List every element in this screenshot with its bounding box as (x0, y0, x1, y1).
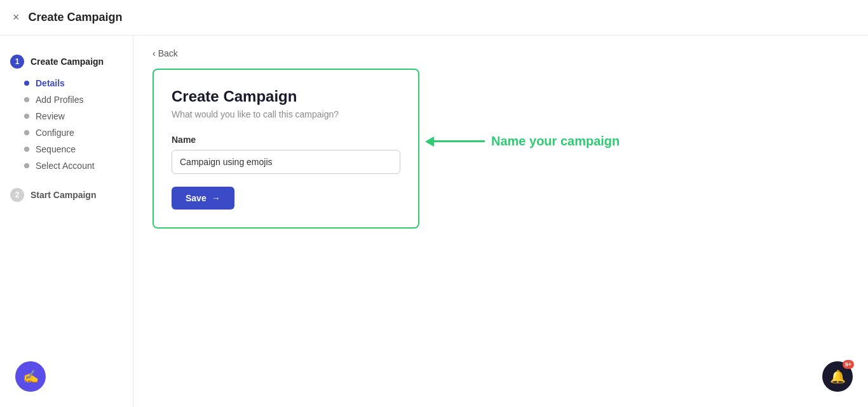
save-button[interactable]: Save → (172, 187, 234, 210)
create-campaign-card: Create Campaign What would you like to c… (153, 69, 419, 229)
name-label: Name (172, 135, 400, 145)
step-2-number: 2 (10, 188, 24, 202)
main-content: ‹ Back Create Campaign What would you li… (133, 36, 868, 407)
notification-badge: 9+ (843, 360, 854, 369)
chat-bubble-button[interactable]: ✍ (15, 361, 46, 392)
sidebar-step-1: 1 Create Campaign Details Add Profiles R… (0, 51, 133, 174)
header-title: Create Campaign (29, 11, 123, 24)
dot-add-profiles (24, 97, 29, 102)
sidebar-item-configure[interactable]: Configure (24, 124, 133, 141)
dot-configure (24, 130, 29, 135)
annotation-text: Name your campaign (491, 134, 620, 149)
dot-sequence (24, 147, 29, 152)
sidebar-step-2: 2 Start Campaign (0, 184, 133, 206)
step-2-label: Start Campaign (31, 190, 96, 200)
step-1-items: Details Add Profiles Review Configure Se… (0, 75, 133, 174)
bell-icon: 🔔 (830, 369, 846, 384)
campaign-name-input[interactable] (172, 150, 400, 174)
arrow-right-icon: → (212, 193, 220, 203)
sidebar-item-sequence[interactable]: Sequence (24, 141, 133, 157)
step-1-header[interactable]: 1 Create Campaign (0, 51, 133, 72)
arrow-head-icon (425, 137, 434, 147)
dot-select-account (24, 163, 29, 168)
sidebar-item-review[interactable]: Review (24, 108, 133, 124)
annotation: Name your campaign (426, 134, 620, 149)
step-2-header[interactable]: 2 Start Campaign (0, 184, 133, 206)
sidebar: 1 Create Campaign Details Add Profiles R… (0, 36, 133, 407)
dot-review (24, 114, 29, 119)
form-title: Create Campaign (172, 88, 400, 105)
step-1-label: Create Campaign (31, 57, 104, 67)
dot-details (24, 81, 29, 86)
form-subtitle: What would you like to call this campaig… (172, 109, 400, 119)
sidebar-item-select-account[interactable]: Select Account (24, 157, 133, 174)
step-1-number: 1 (10, 55, 24, 69)
chat-icon: ✍ (23, 369, 39, 384)
chevron-left-icon: ‹ (153, 48, 156, 58)
back-link[interactable]: ‹ Back (153, 48, 849, 58)
sidebar-item-add-profiles[interactable]: Add Profiles (24, 91, 133, 108)
main-layout: 1 Create Campaign Details Add Profiles R… (0, 36, 868, 407)
close-icon[interactable]: × (13, 11, 20, 24)
sidebar-item-details[interactable]: Details (24, 75, 133, 91)
arrow-line (434, 140, 485, 142)
annotation-arrow (426, 137, 485, 147)
header: × Create Campaign (0, 0, 868, 36)
notification-bell-button[interactable]: 🔔 9+ (822, 361, 853, 392)
